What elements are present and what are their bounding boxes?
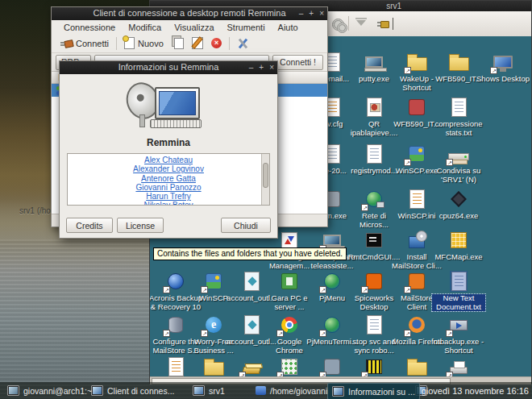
contributor-link[interactable]: Giovanni Panozzo (68, 183, 269, 192)
maximize-button[interactable]: + (259, 62, 264, 73)
preferences-icon[interactable] (332, 18, 345, 31)
remmina-icon (193, 385, 205, 396)
license-button[interactable]: License (117, 218, 164, 233)
minimize-window-icon[interactable] (355, 18, 368, 31)
shortcut-arrow-icon: ↗ (404, 67, 411, 74)
terminal-window-icon (7, 385, 19, 396)
close-button[interactable]: × (269, 62, 274, 73)
toolbar-separator (348, 16, 349, 31)
main-window-titlebar[interactable]: Client di connessione a desktop remoti R… (52, 7, 327, 20)
taskbar-item-label: /home/giovanni (270, 386, 327, 396)
window-controls: –+× (249, 62, 274, 73)
edit-button[interactable] (188, 35, 207, 51)
taskbar-item[interactable]: Informazioni su ... (327, 383, 420, 399)
credits-list[interactable]: Alex ChateauAlexander LogvinovAntenore G… (67, 153, 270, 206)
app-icon (366, 273, 382, 289)
remmina-logo (60, 81, 277, 131)
shortcut-arrow-icon: ↗ (276, 330, 284, 337)
desktop-icon[interactable]: ↗Share and... (432, 355, 485, 376)
close-button[interactable]: Chiudi (221, 218, 271, 233)
shortcut-arrow-icon: ↗ (319, 372, 326, 376)
menu-modifica[interactable]: Modifica (123, 22, 167, 33)
icon-image (360, 143, 388, 165)
icon-image (445, 229, 472, 251)
taskbar-item[interactable]: giovanni@arch1:~ (3, 383, 96, 398)
copy-button[interactable] (168, 36, 188, 51)
desktop-icon[interactable]: ↗Condivisa su 'SRV1' (N) (432, 143, 485, 184)
icon-image: ↗ (489, 51, 517, 73)
icon-image (360, 96, 388, 118)
contributor-link[interactable]: Antenore Gatta (68, 174, 269, 183)
icon-image: ↗ (403, 270, 430, 293)
taskbar-item[interactable]: srv1 (189, 383, 229, 398)
sphere-icon (168, 273, 184, 289)
terminal-icon (366, 233, 382, 247)
menubar: ConnessioneModificaVisualizzaStrumentiAi… (52, 20, 327, 34)
connect-button[interactable]: Connetti (56, 37, 113, 50)
icon-image (162, 355, 189, 376)
icon-image: ↗ (360, 270, 388, 293)
taskbar-item[interactable]: /home/giovanni (251, 383, 331, 398)
toolbar-caret (393, 18, 393, 30)
shortcut-arrow-icon: ↗ (446, 159, 453, 166)
contributors: Alex ChateauAlexander LogvinovAntenore G… (68, 154, 269, 206)
globe-icon (324, 317, 340, 333)
toolbar-separator (229, 37, 230, 50)
disconnect-plug-icon[interactable] (377, 18, 390, 31)
folder-icon (407, 362, 427, 376)
new-connection-button[interactable]: Nuovo (120, 35, 168, 51)
icon-image: ↗ (403, 143, 430, 165)
contributor-link[interactable]: Nikolay Botev (68, 201, 269, 206)
taskbar-item-label: srv1 (209, 386, 225, 396)
delete-button[interactable]: × (207, 36, 226, 50)
desktop-icon[interactable]: MFCMapi.exe (432, 229, 485, 262)
app-icon (324, 359, 340, 375)
preferences-button[interactable] (233, 36, 252, 51)
shortcut-arrow-icon: ↗ (361, 372, 368, 376)
quick-connect-button[interactable]: Connetti ! (272, 55, 323, 70)
icon-image: ↗ (318, 270, 346, 293)
desktop-icon[interactable]: New Text Document.txt (432, 270, 485, 314)
file-manager-icon (256, 386, 266, 395)
vertical-scrollbar[interactable] (261, 154, 269, 205)
menu-strumenti[interactable]: Strumenti (222, 22, 271, 33)
contributor-link[interactable]: Alex Chateau (68, 156, 269, 164)
minimize-button[interactable]: – (299, 8, 304, 19)
menu-connessione[interactable]: Connessione (58, 22, 121, 33)
shortcut-arrow-icon: ↗ (239, 372, 246, 376)
scrollbar-thumb[interactable] (263, 163, 268, 188)
close-button[interactable]: × (319, 8, 324, 19)
icon-image: ↗ (403, 51, 430, 73)
app-icon (409, 99, 425, 115)
icon-image: ↗ (318, 314, 346, 336)
taskbar-item-label: Client di connes... (107, 386, 174, 396)
shortcut-arrow-icon: ↗ (163, 330, 170, 337)
desktop-icon[interactable]: ↗Shows Desktop (476, 51, 530, 84)
contributor-link[interactable]: Harun Trefry (68, 192, 269, 201)
taskbar-item[interactable]: Client di connes... (87, 383, 178, 398)
new-label: Nuovo (138, 39, 164, 48)
crystal-icon (244, 272, 260, 291)
tools-icon (237, 38, 248, 49)
taskbar-item-label: giovanni@arch1:~ (23, 386, 92, 396)
about-dialog-titlebar[interactable]: Informazioni su Remmina –+× (60, 61, 277, 74)
winscp-icon (206, 273, 222, 289)
taskbar: Informazioni su .../home/giovannisrv1Cli… (0, 382, 532, 399)
contributor-link[interactable]: Alexander Logvinov (68, 164, 269, 173)
menu-visualizza[interactable]: Visualizza (168, 22, 219, 33)
maximize-button[interactable]: + (309, 8, 314, 19)
menu-aiuto[interactable]: Aiuto (272, 22, 304, 33)
icon-image (276, 270, 303, 293)
dish-stand (139, 114, 145, 127)
credits-button[interactable]: Credits (66, 218, 113, 233)
shortcut-arrow-icon: ↗ (201, 330, 208, 337)
clock[interactable]: giovedì 13 novembre 16:16 (422, 383, 529, 398)
shortcut-arrow-icon: ↗ (404, 159, 411, 166)
shortcut-arrow-icon: ↗ (361, 286, 368, 293)
desktop-icon[interactable]: ↗ntbackup.exe - Shortcut (432, 314, 485, 355)
desktop-icon[interactable]: compressione stats.txt (432, 96, 485, 137)
desktop-icon[interactable]: cpuz64.exe (432, 188, 485, 221)
minimize-button[interactable]: – (249, 62, 254, 73)
icon-image (238, 270, 265, 293)
icon-image (403, 355, 430, 376)
